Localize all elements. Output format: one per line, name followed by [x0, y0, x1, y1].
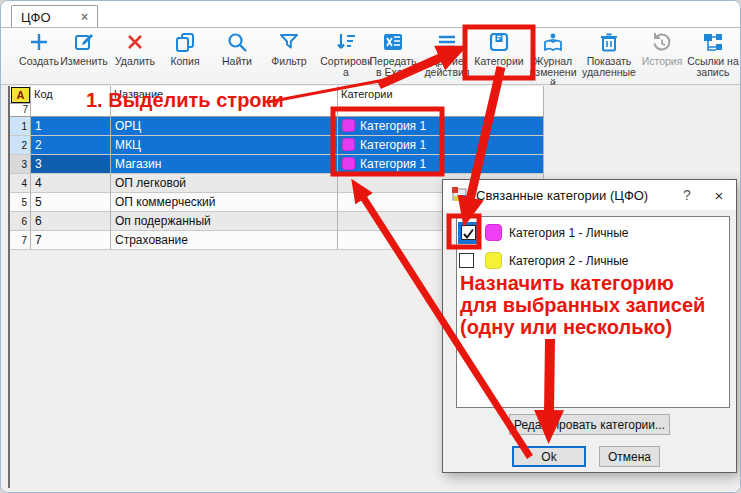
related-categories-dialog: Связанные категории (ЦФО) ? × Категория … [442, 179, 737, 473]
search-icon [225, 30, 249, 54]
delete-button[interactable]: Удалить [111, 30, 159, 83]
checkbox-checked[interactable] [461, 225, 476, 240]
category-chip-icon [342, 138, 355, 151]
category-cell: Категория 1 [338, 136, 544, 155]
table-row-3[interactable]: 3 3 Магазин Категория 1 [10, 155, 544, 174]
history-button: История [639, 30, 685, 83]
ok-button[interactable]: Ok [512, 446, 586, 467]
grid-corner-cell[interactable]: А 7 [10, 86, 31, 117]
column-header-code[interactable]: Код [31, 86, 111, 117]
edit-icon [72, 30, 96, 54]
more-lines-icon [435, 30, 459, 54]
categories-button[interactable]: Категории [473, 30, 525, 83]
dialog-title-bar[interactable]: Связанные категории (ЦФО) ? × [443, 180, 736, 210]
category1-color-chip [485, 224, 502, 241]
history-icon [650, 30, 674, 54]
record-links-button[interactable]: Ссылки на запись [687, 30, 739, 83]
checkmark-icon [462, 227, 475, 240]
copy-icon [173, 30, 197, 54]
change-log-button[interactable]: Журнал изменений [527, 30, 579, 83]
checkbox-unchecked[interactable] [459, 253, 474, 268]
toolbar: Создать Изменить Удалить Копия Найти Фил… [1, 28, 741, 85]
sort-button[interactable]: Сортировка [320, 30, 372, 83]
table-row-1[interactable]: 1 1 ОРЦ Категория 1 [10, 117, 544, 136]
category-list: Категория 1 - Личные Категория 2 - Личны… [456, 216, 730, 408]
form-icon [452, 187, 468, 203]
tab-bar: ЦФО × [1, 1, 741, 28]
trash-icon [597, 30, 621, 54]
delete-x-icon [123, 30, 147, 54]
category-cell: Категория 1 [338, 155, 544, 174]
copy-button[interactable]: Копия [162, 30, 208, 83]
column-header-name[interactable]: Название [111, 86, 338, 117]
column-header-category[interactable]: Категории [338, 86, 544, 117]
row-count: 7 [22, 104, 28, 115]
dialog-title: Связанные категории (ЦФО) [476, 188, 672, 203]
help-button[interactable]: ? [672, 187, 702, 203]
category-chip-icon [342, 119, 355, 132]
edit-button[interactable]: Изменить [57, 30, 111, 83]
edit-categories-button[interactable]: Редактировать категории... [509, 414, 670, 435]
excel-icon [381, 30, 405, 54]
more-actions-button[interactable]: Другие действия [421, 30, 473, 83]
category-chip-icon [342, 157, 355, 170]
list-item-category-2[interactable]: Категория 2 - Личные [458, 250, 718, 274]
sort-icon [334, 30, 358, 54]
filter-icon [277, 30, 301, 54]
export-excel-button[interactable]: Передать в Excel [367, 30, 419, 83]
categories-icon [487, 30, 511, 54]
column-marker-icon: А [11, 87, 30, 103]
tab-cfo[interactable]: ЦФО × [11, 5, 98, 28]
close-icon[interactable]: × [702, 187, 736, 204]
tab-label: ЦФО [21, 10, 51, 25]
app-window: ЦФО × Создать Изменить Удалить Копия Най… [0, 0, 741, 493]
plus-icon [27, 30, 51, 54]
filter-button[interactable]: Фильтр [265, 30, 313, 83]
category-cell: Категория 1 [338, 117, 544, 136]
find-button[interactable]: Найти [214, 30, 260, 83]
journal-icon [541, 30, 565, 54]
list-item-category-1[interactable]: Категория 1 - Личные [458, 222, 718, 246]
cancel-button[interactable]: Отмена [599, 446, 660, 467]
table-row-2[interactable]: 2 2 МКЦ Категория 1 [10, 136, 544, 155]
category2-color-chip [485, 252, 502, 269]
tab-close-icon[interactable]: × [81, 10, 88, 24]
show-deleted-button[interactable]: Показать удаленные [581, 30, 637, 83]
links-icon [701, 30, 725, 54]
